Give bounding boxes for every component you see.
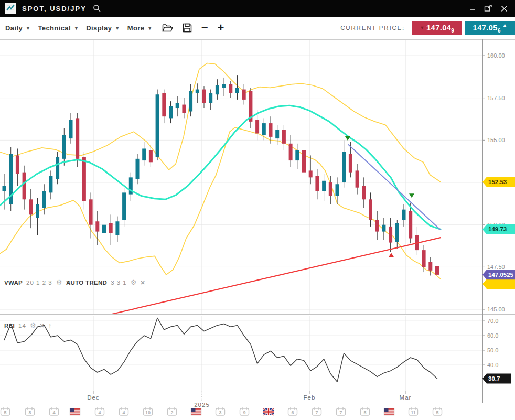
vwap-params: 20 1 2 3 (26, 279, 52, 286)
us-flag-icon[interactable] (384, 408, 394, 415)
autotrend-label: AUTO TREND (66, 279, 107, 286)
svg-text:3: 3 (219, 410, 221, 415)
svg-text:160.00: 160.00 (487, 52, 505, 59)
calendar-event-icon[interactable]: 5 (433, 407, 442, 415)
svg-text:7: 7 (315, 410, 318, 415)
chevron-down-icon: ▼ (26, 26, 30, 31)
svg-text:40.0: 40.0 (487, 362, 498, 368)
uk-flag-icon[interactable] (263, 408, 274, 415)
current-price-label: CURRENT PRICE: (340, 25, 405, 31)
pane-borders (0, 39, 515, 403)
calendar-event-icon[interactable]: 2 (168, 407, 177, 415)
autotrend-params: 3 3 1 (111, 279, 127, 286)
rsi-indicator-legend: RSI 14 ⚙ ✕ ↑ (4, 322, 52, 329)
calendar-event-icon[interactable]: 3 (216, 407, 225, 415)
svg-text:2: 2 (170, 410, 173, 415)
ask-price-pip: 6 (498, 28, 501, 35)
window-titlebar: SPOT, USD/JPY (0, 0, 515, 17)
svg-text:30.7: 30.7 (488, 375, 500, 382)
calendar-event-icon[interactable]: 6 (288, 407, 297, 415)
bid-price-pip: 9 (451, 28, 454, 35)
rsi-axis[interactable]: 70.060.050.040.0 (482, 318, 498, 368)
close-icon[interactable]: ✕ (40, 322, 45, 329)
svg-text:149.73: 149.73 (488, 226, 507, 232)
svg-text:5: 5 (436, 410, 438, 415)
rsi-label: RSI (4, 322, 15, 329)
arrow-down-icon: ▼ (420, 25, 425, 30)
event-icons[interactable]: 58444102396775115 (1, 407, 442, 415)
svg-text:Dec: Dec (87, 394, 99, 401)
us-flag-icon[interactable] (70, 408, 80, 415)
svg-text:7: 7 (339, 410, 342, 415)
calendar-event-icon[interactable]: 7 (313, 407, 321, 415)
svg-text:145.00: 145.00 (487, 306, 505, 313)
calendar-event-icon[interactable]: 4 (50, 407, 59, 415)
calendar-event-icon[interactable]: 9 (240, 407, 249, 415)
svg-text:157.50: 157.50 (487, 95, 505, 101)
calendar-event-icon[interactable]: 8 (26, 407, 35, 415)
menu-display[interactable]: Display ▼ (86, 24, 120, 32)
us-flag-icon[interactable] (191, 408, 201, 415)
arrow-up-icon: ▲ (502, 21, 507, 28)
vwap-label: VWAP (4, 279, 23, 286)
bid-price: 147.04 (426, 24, 451, 32)
svg-text:70.0: 70.0 (487, 318, 498, 324)
chevron-down-icon: ▼ (115, 26, 120, 31)
gear-icon[interactable]: ⚙ (131, 279, 137, 286)
chevron-down-icon: ▼ (74, 26, 79, 31)
calendar-event-icon[interactable]: 5 (1, 407, 10, 415)
zoom-in-button[interactable]: + (218, 23, 224, 33)
calendar-event-icon[interactable]: 7 (337, 407, 346, 415)
calendar-event-icon[interactable]: 4 (95, 407, 104, 415)
menu-more-label: More (127, 24, 145, 32)
menu-technical[interactable]: Technical ▼ (38, 24, 79, 32)
svg-text:147.0525: 147.0525 (488, 272, 514, 278)
chart-area[interactable]: 160.00157.50155.00152.50150.00147.50145.… (0, 39, 515, 420)
svg-text:9: 9 (243, 410, 245, 415)
svg-text:4: 4 (98, 410, 101, 415)
gear-icon[interactable]: ⚙ (30, 322, 36, 329)
calendar-event-icon[interactable]: 11 (409, 407, 418, 415)
trend-markers (345, 136, 414, 257)
app-logo-icon (5, 3, 16, 14)
menu-daily-label: Daily (5, 24, 23, 32)
svg-text:Mar: Mar (400, 394, 412, 401)
svg-text:2025: 2025 (194, 402, 210, 408)
close-icon[interactable]: ✕ (140, 279, 145, 286)
search-icon[interactable] (93, 4, 101, 13)
rsi-line (4, 318, 437, 382)
menu-technical-label: Technical (38, 24, 71, 32)
gear-icon[interactable]: ⚙ (56, 279, 62, 286)
bollinger-bands (0, 63, 441, 279)
menu-daily[interactable]: Daily ▼ (5, 24, 30, 32)
vwap-indicator-legend: VWAP 20 1 2 3 ⚙ ✕ (4, 279, 71, 286)
svg-text:50.0: 50.0 (487, 347, 498, 353)
auto-trend-support (110, 238, 441, 315)
zoom-out-button[interactable]: − (201, 23, 208, 33)
svg-text:152.53: 152.53 (488, 179, 507, 185)
menu-display-label: Display (86, 24, 112, 32)
svg-text:6: 6 (291, 410, 294, 415)
svg-text:5: 5 (363, 410, 366, 415)
close-button[interactable] (498, 3, 510, 14)
minimize-button[interactable] (467, 3, 478, 14)
svg-text:5: 5 (4, 410, 6, 415)
svg-text:8: 8 (28, 410, 31, 415)
arrow-up-icon[interactable]: ↑ (48, 322, 52, 329)
open-folder-icon[interactable] (162, 24, 173, 33)
price-chart-svg[interactable]: 160.00157.50155.00152.50150.00147.50145.… (0, 39, 515, 420)
chart-toolbar: Daily ▼ Technical ▼ Display ▼ More ▼ − +… (0, 17, 515, 39)
window-title: SPOT, USD/JPY (22, 5, 87, 13)
time-axis[interactable]: Dec2025FebMar (87, 391, 411, 408)
calendar-event-icon[interactable]: 4 (120, 407, 128, 415)
ask-price: 147.05 (473, 24, 498, 32)
bid-price-badge: ▼147.049 (412, 21, 462, 35)
calendar-event-icon[interactable]: 5 (361, 407, 370, 415)
svg-text:Feb: Feb (304, 394, 316, 401)
menu-more[interactable]: More ▼ (127, 24, 153, 32)
save-icon[interactable] (183, 23, 192, 33)
rsi-params: 14 (18, 322, 26, 329)
calendar-event-icon[interactable]: 10 (144, 407, 153, 415)
ask-price-badge: 147.056▲ (465, 21, 515, 35)
popout-button[interactable] (482, 3, 494, 14)
